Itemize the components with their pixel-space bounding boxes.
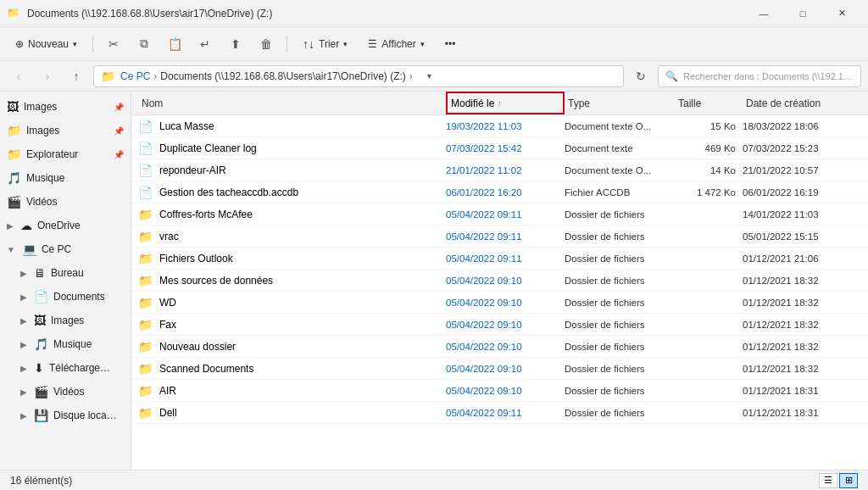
back-button[interactable]: ‹ bbox=[7, 64, 31, 88]
folder-icon: 📁 bbox=[138, 384, 153, 398]
expand-icon-images: ▶ bbox=[20, 316, 27, 326]
table-row[interactable]: 📁 Fichiers Outlook 05/04/2022 09:11 Doss… bbox=[131, 248, 868, 270]
table-row[interactable]: 📄 Gestion des tacheaccdb.accdb 06/01/202… bbox=[131, 181, 868, 203]
more-button[interactable]: ••• bbox=[437, 31, 465, 58]
refresh-button[interactable]: ↻ bbox=[629, 64, 653, 88]
breadcrumb-folder-icon: 📁 bbox=[101, 70, 115, 83]
forward-button[interactable]: › bbox=[36, 64, 59, 88]
details-view-button[interactable]: ⊞ bbox=[839, 473, 858, 488]
col-header-type[interactable]: Type bbox=[565, 92, 675, 114]
main-layout: 🖼 Images 📌 📁 Images 📌 📁 Explorateur 📌 🎵 … bbox=[0, 92, 868, 470]
file-size: 15 Ko bbox=[675, 121, 743, 131]
col-header-size[interactable]: Taille bbox=[675, 92, 743, 114]
file-type: Dossier de fichiers bbox=[565, 209, 675, 220]
afficher-icon: ☰ bbox=[368, 38, 377, 50]
sidebar-item-images-2[interactable]: 📁 Images 📌 bbox=[0, 119, 131, 142]
images-icon-1: 🖼 bbox=[7, 100, 19, 114]
close-button[interactable]: ✕ bbox=[822, 0, 861, 27]
table-row[interactable]: 📄 Duplicate Cleaner log 07/03/2022 15:42… bbox=[131, 137, 868, 159]
minimize-button[interactable]: — bbox=[744, 0, 783, 27]
table-row[interactable]: 📁 Coffres-forts McAfee 05/04/2022 09:11 … bbox=[131, 203, 868, 226]
share-button[interactable]: ⬆ bbox=[222, 31, 249, 58]
sort-arrow-icon: ↑ bbox=[498, 99, 502, 108]
copy-button[interactable]: ⧉ bbox=[131, 31, 158, 58]
file-name: repondeur-AIR bbox=[159, 164, 226, 176]
expand-icon-onedrive: ▶ bbox=[7, 221, 14, 231]
file-type: Dossier de fichiers bbox=[565, 320, 675, 330]
table-row[interactable]: 📁 vrac 05/04/2022 09:11 Dossier de fichi… bbox=[131, 226, 868, 248]
sidebar-item-videos-2[interactable]: ▶ 🎬 Vidéos bbox=[0, 380, 131, 404]
file-created: 06/01/2022 16:19 bbox=[743, 187, 861, 198]
table-row[interactable]: 📁 AIR 05/04/2022 09:10 Dossier de fichie… bbox=[131, 380, 868, 402]
maximize-button[interactable]: □ bbox=[783, 0, 822, 27]
cloud-icon: ☁ bbox=[20, 219, 32, 232]
nouveau-chevron-icon: ▾ bbox=[73, 40, 77, 48]
sidebar-item-images-1[interactable]: 🖼 Images 📌 bbox=[0, 95, 131, 119]
col-header-modified[interactable]: Modifié le ↑ bbox=[446, 92, 565, 114]
sidebar-item-musique-1[interactable]: 🎵 Musique bbox=[0, 166, 131, 190]
file-modified: 05/04/2022 09:11 bbox=[446, 253, 565, 264]
file-type: Dossier de fichiers bbox=[565, 342, 675, 352]
sidebar-item-explorateur[interactable]: 📁 Explorateur 📌 bbox=[0, 142, 131, 166]
file-created: 01/12/2021 18:32 bbox=[743, 320, 861, 330]
file-type: Dossier de fichiers bbox=[565, 408, 675, 418]
video-icon-2: 🎬 bbox=[34, 385, 48, 398]
sidebar-item-disquelocal[interactable]: ▶ 💾 Disque local (C bbox=[0, 404, 131, 427]
paste-button[interactable]: 📋 bbox=[161, 31, 188, 58]
table-row[interactable]: 📁 WD 05/04/2022 09:10 Dossier de fichier… bbox=[131, 292, 868, 314]
list-view-button[interactable]: ☰ bbox=[819, 473, 837, 488]
download-icon: ⬇ bbox=[34, 361, 44, 375]
sidebar-item-telechargements[interactable]: ▶ ⬇ Téléchargemen bbox=[0, 356, 131, 380]
sidebar-item-videos-1[interactable]: 🎬 Vidéos bbox=[0, 190, 131, 214]
table-row[interactable]: 📁 Fax 05/04/2022 09:10 Dossier de fichie… bbox=[131, 314, 868, 336]
search-bar[interactable]: 🔍 Rechercher dans : Documents (\\192.168… bbox=[658, 65, 861, 87]
file-created: 21/01/2022 10:57 bbox=[743, 165, 861, 175]
sidebar-item-images-3[interactable]: ▶ 🖼 Images bbox=[0, 309, 131, 332]
file-type: Document texte O... bbox=[565, 165, 675, 175]
folder-icon: 📁 bbox=[138, 340, 153, 354]
sidebar-item-onedrive[interactable]: ▶ ☁ OneDrive bbox=[0, 214, 131, 237]
table-row[interactable]: 📄 repondeur-AIR 21/01/2022 11:02 Documen… bbox=[131, 159, 868, 181]
afficher-button[interactable]: ☰ Afficher ▾ bbox=[359, 31, 432, 58]
toolbar: ⊕ Nouveau ▾ ✂ ⧉ 📋 ↵ ⬆ 🗑 ↑↓ Trier ▾ ☰ Aff… bbox=[0, 27, 868, 61]
table-row[interactable]: 📄 Luca Masse 19/03/2022 11:03 Document t… bbox=[131, 115, 868, 137]
breadcrumb-cepc[interactable]: Ce PC bbox=[120, 70, 150, 82]
table-row[interactable]: 📁 Scanned Documents 05/04/2022 09:10 Dos… bbox=[131, 358, 868, 380]
folder-icon-3: 📁 bbox=[7, 148, 21, 161]
sidebar-item-cepc[interactable]: ▼ 💻 Ce PC bbox=[0, 237, 131, 261]
trier-button[interactable]: ↑↓ Trier ▾ bbox=[294, 31, 356, 58]
cut-button[interactable]: ✂ bbox=[100, 31, 127, 58]
breadcrumb-dropdown-button[interactable]: ▾ bbox=[420, 66, 440, 86]
col-header-nom[interactable]: Nom bbox=[138, 92, 446, 114]
expand-icon-cepc: ▼ bbox=[7, 245, 15, 254]
separator-1 bbox=[92, 36, 93, 53]
breadcrumb-bar[interactable]: 📁 Ce PC › Documents (\\192.168.68.8\User… bbox=[93, 65, 624, 87]
pin-icon-2: 📌 bbox=[114, 126, 124, 136]
folder-icon: 📁 bbox=[138, 274, 153, 287]
trier-icon: ↑↓ bbox=[303, 37, 314, 51]
file-modified: 05/04/2022 09:11 bbox=[446, 231, 565, 242]
nouveau-button[interactable]: ⊕ Nouveau ▾ bbox=[7, 31, 86, 58]
sidebar-item-musique-2[interactable]: ▶ 🎵 Musique bbox=[0, 332, 131, 356]
table-row[interactable]: 📁 Dell 05/04/2022 09:11 Dossier de fichi… bbox=[131, 402, 868, 424]
expand-icon-disk: ▶ bbox=[20, 411, 27, 420]
afficher-chevron-icon: ▾ bbox=[420, 40, 425, 48]
file-name: Dell bbox=[159, 407, 177, 419]
col-header-created[interactable]: Date de création bbox=[743, 92, 861, 114]
file-created: 18/03/2022 18:06 bbox=[743, 121, 861, 131]
delete-button[interactable]: 🗑 bbox=[253, 31, 280, 58]
expand-icon-videos: ▶ bbox=[20, 387, 27, 397]
table-row[interactable]: 📁 Mes sources de données 05/04/2022 09:1… bbox=[131, 270, 868, 292]
file-name: Luca Masse bbox=[159, 120, 214, 132]
sidebar-item-bureau[interactable]: ▶ 🖥 Bureau bbox=[0, 261, 131, 285]
file-modified: 19/03/2022 11:03 bbox=[446, 121, 565, 131]
sidebar-item-documents[interactable]: ▶ 📄 Documents bbox=[0, 285, 131, 309]
up-button[interactable]: ↑ bbox=[64, 64, 88, 88]
file-type: Document texte bbox=[565, 143, 675, 153]
file-modified: 07/03/2022 15:42 bbox=[446, 143, 565, 153]
file-created: 01/12/2021 21:06 bbox=[743, 253, 861, 264]
folder-icon: 📁 bbox=[138, 230, 153, 243]
rename-button[interactable]: ↵ bbox=[192, 31, 219, 58]
file-type: Dossier de fichiers bbox=[565, 231, 675, 242]
table-row[interactable]: 📁 Nouveau dossier 05/04/2022 09:10 Dossi… bbox=[131, 336, 868, 358]
